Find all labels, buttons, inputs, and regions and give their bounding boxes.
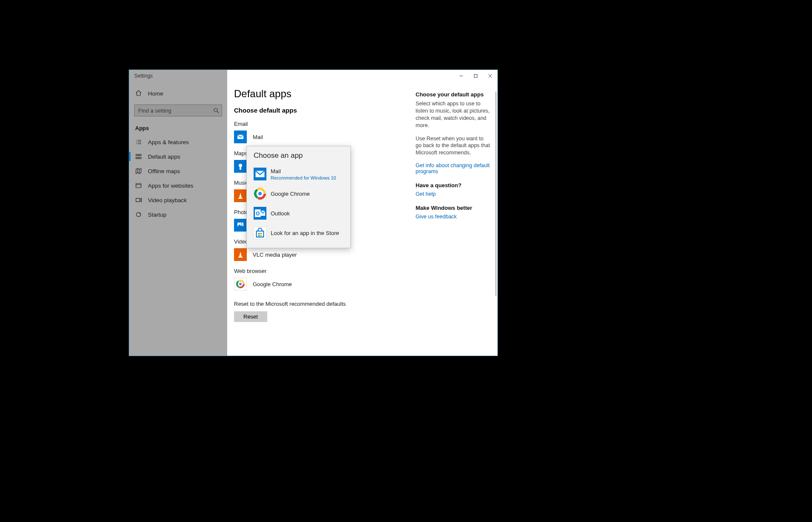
- window-title: Settings: [134, 73, 153, 79]
- page-title: Default apps: [234, 88, 408, 100]
- search-icon: [213, 107, 219, 113]
- popup-option-outlook[interactable]: O Outlook: [247, 203, 350, 223]
- close-button[interactable]: [483, 70, 497, 82]
- nav-label: Startup: [148, 212, 167, 218]
- vlc-icon: [234, 248, 247, 261]
- nav-label: Apps & features: [148, 139, 189, 145]
- home-icon: [135, 90, 142, 98]
- svg-rect-47: [260, 235, 262, 237]
- sidebar: Home Find a setting Apps Apps & features: [129, 82, 227, 356]
- svg-text:O: O: [256, 211, 260, 217]
- startup-icon: [135, 211, 142, 218]
- popup-option-label: Mail: [271, 168, 336, 174]
- popup-option-sub: Recommended for Windows 10: [271, 175, 336, 180]
- nav-label: Offline maps: [148, 168, 180, 174]
- scrollbar[interactable]: [495, 91, 497, 296]
- svg-rect-43: [257, 231, 264, 237]
- map-icon: [135, 168, 142, 174]
- svg-point-4: [214, 108, 217, 112]
- svg-rect-23: [238, 198, 243, 199]
- svg-rect-45: [260, 233, 262, 235]
- svg-rect-14: [136, 157, 138, 159]
- search-input[interactable]: Find a setting: [134, 104, 222, 116]
- video-icon: [135, 197, 142, 203]
- mail-icon: [234, 130, 247, 143]
- popup-option-mail[interactable]: Mail Recommended for Windows 10: [247, 164, 350, 184]
- svg-line-5: [217, 111, 219, 113]
- sidebar-item-startup[interactable]: Startup: [129, 207, 227, 222]
- photos-icon: [234, 219, 247, 232]
- svg-rect-16: [136, 183, 141, 188]
- default-browser-app[interactable]: Google Chrome: [234, 278, 408, 290]
- help-text-1: Select which apps to use to listen to mu…: [416, 100, 491, 129]
- maps-app-icon: [234, 160, 247, 173]
- titlebar[interactable]: Settings: [129, 70, 497, 82]
- help-heading-3: Make Windows better: [416, 205, 491, 211]
- sidebar-item-apps-features[interactable]: Apps & features: [129, 135, 227, 149]
- svg-point-25: [241, 223, 243, 225]
- vlc-icon: [234, 189, 247, 202]
- help-text-2: Use Reset when you want to go back to th…: [416, 135, 491, 157]
- help-heading-2: Have a question?: [416, 182, 491, 188]
- sidebar-item-offline-maps[interactable]: Offline maps: [129, 164, 227, 178]
- feedback-link[interactable]: Give us feedback: [416, 214, 491, 220]
- svg-rect-1: [474, 75, 477, 78]
- category-email-label: Email: [234, 121, 408, 127]
- sidebar-item-default-apps[interactable]: Default apps: [129, 149, 227, 164]
- chrome-icon: [234, 278, 247, 290]
- app-name: Google Chrome: [253, 281, 292, 287]
- popup-option-store[interactable]: Look for an app in the Store: [247, 223, 350, 243]
- svg-rect-22: [240, 167, 241, 170]
- store-icon: [254, 226, 266, 239]
- default-email-app[interactable]: Mail: [234, 130, 408, 143]
- sidebar-item-apps-websites[interactable]: Apps for websites: [129, 178, 227, 193]
- svg-rect-12: [136, 154, 138, 156]
- category-label: Apps: [129, 121, 227, 135]
- help-link-info[interactable]: Get info about changing default programs: [416, 162, 491, 174]
- svg-rect-46: [258, 235, 260, 237]
- home-nav[interactable]: Home: [129, 86, 227, 101]
- sidebar-item-video-playback[interactable]: Video playback: [129, 193, 227, 207]
- popup-option-label: Outlook: [271, 210, 290, 217]
- app-name: Mail: [253, 134, 263, 140]
- nav-label: Video playback: [148, 197, 187, 203]
- popup-option-label: Google Chrome: [271, 191, 310, 197]
- help-heading-1: Choose your default apps: [416, 91, 491, 98]
- app-name: VLC media player: [253, 252, 297, 258]
- svg-rect-13: [139, 154, 141, 156]
- svg-rect-18: [136, 198, 140, 202]
- default-video-app[interactable]: VLC media player: [234, 248, 408, 261]
- outlook-icon: O: [254, 207, 266, 220]
- popup-title: Choose an app: [247, 146, 350, 164]
- websites-icon: [135, 182, 142, 189]
- svg-point-21: [239, 164, 242, 167]
- popup-option-chrome[interactable]: Google Chrome: [247, 184, 350, 203]
- svg-rect-44: [258, 233, 260, 235]
- chrome-icon: [254, 187, 266, 200]
- section-heading: Choose default apps: [234, 107, 408, 114]
- get-help-link[interactable]: Get help: [416, 191, 491, 197]
- help-panel: Choose your default apps Select which ap…: [412, 88, 497, 350]
- maximize-button[interactable]: [468, 70, 483, 82]
- popup-option-label: Look for an app in the Store: [271, 230, 339, 236]
- minimize-button[interactable]: [454, 70, 468, 82]
- mail-icon: [254, 168, 266, 180]
- search-placeholder: Find a setting: [138, 107, 171, 114]
- reset-description: Reset to the Microsoft recommended defau…: [234, 301, 408, 307]
- defaults-icon: [135, 153, 142, 160]
- reset-button[interactable]: Reset: [234, 311, 267, 322]
- home-label: Home: [148, 90, 163, 97]
- svg-rect-26: [238, 257, 243, 258]
- choose-app-popup: Choose an app Mail Recommended for Windo…: [246, 146, 351, 248]
- svg-rect-15: [139, 157, 141, 159]
- category-browser-label: Web browser: [234, 268, 408, 274]
- nav-label: Default apps: [148, 154, 180, 160]
- nav-label: Apps for websites: [148, 183, 194, 189]
- list-icon: [135, 139, 142, 145]
